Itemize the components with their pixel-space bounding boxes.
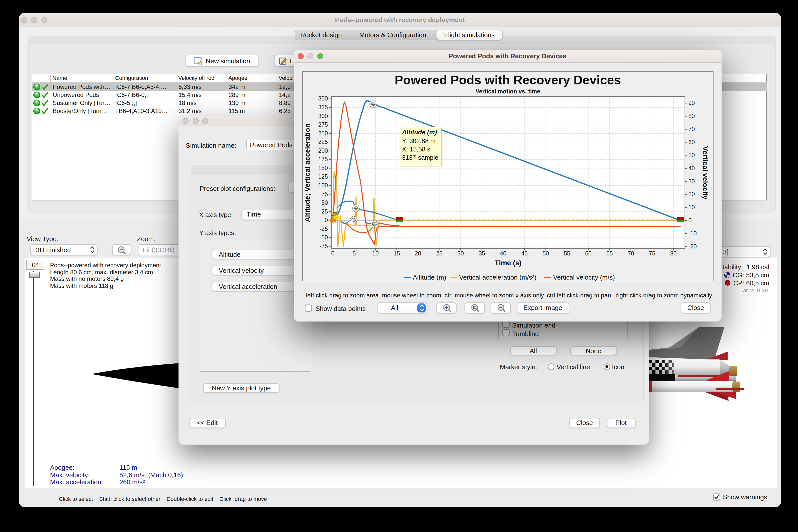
- svg-text:0: 0: [688, 217, 692, 224]
- svg-text:0: 0: [331, 250, 334, 257]
- svg-text:275: 275: [318, 121, 328, 128]
- svg-text:175: 175: [318, 156, 328, 163]
- svg-text:70: 70: [628, 250, 634, 257]
- svg-text:70: 70: [688, 126, 695, 132]
- svg-text:25: 25: [321, 208, 328, 215]
- svg-text:Powered Pods with Recovery Dev: Powered Pods with Recovery Devices: [395, 73, 621, 87]
- svg-text:150: 150: [318, 165, 328, 171]
- svg-text:40: 40: [500, 250, 506, 257]
- svg-text:75: 75: [649, 250, 655, 257]
- svg-text:Vertical velocity: Vertical velocity: [702, 146, 709, 200]
- svg-text:60: 60: [688, 139, 695, 146]
- svg-text:300: 300: [318, 113, 328, 119]
- svg-text:30: 30: [457, 250, 464, 257]
- svg-text:Altitude; Vertical acceleratio: Altitude; Vertical acceleration: [304, 124, 311, 222]
- svg-text:250: 250: [318, 130, 328, 137]
- svg-text:-10: -10: [688, 230, 697, 236]
- svg-text:Altitude (m): Altitude (m): [402, 129, 437, 136]
- svg-text:Altitude (m): Altitude (m): [413, 273, 446, 281]
- svg-text:225: 225: [318, 139, 328, 145]
- svg-text:Time (s): Time (s): [495, 259, 522, 267]
- svg-text:Vertical motion vs. time: Vertical motion vs. time: [476, 88, 540, 95]
- svg-text:313rd sample: 313rd sample: [402, 154, 438, 161]
- svg-text:125: 125: [318, 173, 328, 180]
- svg-text:90: 90: [688, 100, 695, 106]
- svg-text:Vertical velocity (m/s): Vertical velocity (m/s): [553, 273, 615, 281]
- svg-text:-75: -75: [320, 243, 328, 249]
- svg-text:-50: -50: [320, 234, 328, 241]
- svg-text:50: 50: [688, 152, 695, 158]
- svg-text:75: 75: [321, 191, 328, 197]
- svg-text:-25: -25: [320, 226, 328, 232]
- svg-text:15: 15: [394, 250, 400, 257]
- svg-text:10: 10: [688, 204, 695, 210]
- svg-text:60: 60: [585, 250, 592, 257]
- svg-text:45: 45: [521, 250, 528, 257]
- svg-text:200: 200: [318, 148, 328, 154]
- svg-text:25: 25: [436, 250, 442, 257]
- svg-text:80: 80: [688, 113, 695, 119]
- svg-text:325: 325: [318, 104, 328, 111]
- svg-text:40: 40: [688, 165, 695, 172]
- svg-text:Vertical acceleration (m/s²): Vertical acceleration (m/s²): [459, 273, 537, 281]
- svg-text:55: 55: [564, 250, 570, 257]
- svg-text:0: 0: [325, 217, 328, 223]
- svg-text:100: 100: [318, 182, 328, 189]
- svg-text:35: 35: [479, 250, 485, 257]
- svg-text:20: 20: [415, 250, 421, 257]
- svg-text:X: 15,58 s: X: 15,58 s: [402, 146, 431, 153]
- svg-text:-20: -20: [688, 243, 697, 250]
- svg-text:20: 20: [688, 191, 695, 197]
- svg-text:30: 30: [688, 178, 695, 185]
- svg-text:50: 50: [321, 200, 328, 206]
- svg-text:5: 5: [352, 250, 356, 257]
- svg-text:10: 10: [373, 250, 379, 257]
- svg-text:50: 50: [543, 250, 549, 257]
- svg-text:350: 350: [318, 95, 328, 102]
- svg-text:Y: 302,88 m: Y: 302,88 m: [402, 137, 435, 145]
- svg-text:65: 65: [606, 250, 613, 257]
- svg-text:80: 80: [670, 250, 677, 257]
